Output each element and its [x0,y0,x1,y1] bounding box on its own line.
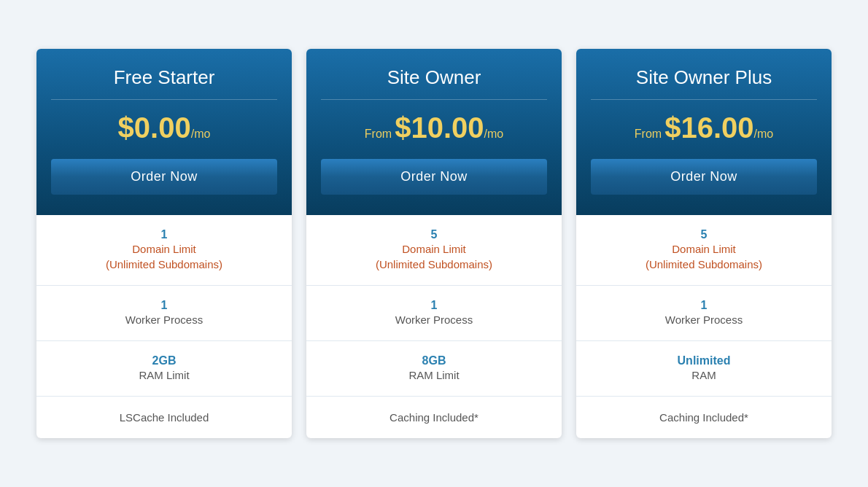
feature-worker: 1Worker Process [306,286,562,341]
cache-label: LSCache Included [51,410,277,425]
card-features: 5Domain Limit(Unlimited Subdomains)1Work… [576,215,832,438]
worker-number: 1 [51,299,277,312]
feature-worker: 1Worker Process [36,286,292,341]
ram-value: 8GB [321,354,547,367]
price-row: From $16.00/mo [591,112,817,144]
feature-ram: UnlimitedRAM [576,341,832,397]
feature-domain: 5Domain Limit(Unlimited Subdomains) [576,215,832,286]
price-period: /mo [754,128,774,141]
worker-number: 1 [321,299,547,312]
plan-card-site-owner: Site OwnerFrom $10.00/moOrder Now5Domain… [306,49,562,438]
feature-ram: 2GBRAM Limit [36,341,292,397]
ram-label: RAM Limit [321,367,547,383]
worker-label: Worker Process [321,312,547,327]
worker-number: 1 [591,299,817,312]
card-header: Site OwnerFrom $10.00/moOrder Now [306,49,562,215]
price-from-label: From [365,128,392,141]
worker-label: Worker Process [591,312,817,327]
plan-name: Site Owner [321,66,547,100]
cache-label: Caching Included* [321,410,547,425]
price-amount: $10.00 [395,112,484,144]
feature-domain: 5Domain Limit(Unlimited Subdomains) [306,215,562,286]
plan-name: Site Owner Plus [591,66,817,100]
feature-cache: Caching Included* [576,397,832,438]
feature-cache: Caching Included* [306,397,562,438]
plan-name: Free Starter [51,66,277,100]
worker-label: Worker Process [51,312,277,327]
price-period: /mo [484,128,504,141]
domain-number: 5 [321,228,547,241]
feature-worker: 1Worker Process [576,286,832,341]
ram-label: RAM [591,367,817,383]
ram-label: RAM Limit [51,367,277,383]
price-row: From $10.00/mo [321,112,547,144]
feature-domain: 1Domain Limit(Unlimited Subdomains) [36,215,292,286]
domain-number: 1 [51,228,277,241]
ram-value: 2GB [51,354,277,367]
plan-card-site-owner-plus: Site Owner PlusFrom $16.00/moOrder Now5D… [576,49,832,438]
feature-ram: 8GBRAM Limit [306,341,562,397]
card-header: Free Starter$0.00/moOrder Now [36,49,292,215]
pricing-container: Free Starter$0.00/moOrder Now1Domain Lim… [0,34,868,453]
domain-number: 5 [591,228,817,241]
feature-cache: LSCache Included [36,397,292,438]
price-amount: $0.00 [118,112,191,144]
domain-label: Domain Limit(Unlimited Subdomains) [591,241,817,272]
order-now-button[interactable]: Order Now [321,159,547,195]
price-period: /mo [191,128,211,141]
price-from-label: From [635,128,662,141]
cache-label: Caching Included* [591,410,817,425]
card-header: Site Owner PlusFrom $16.00/moOrder Now [576,49,832,215]
price-amount: $16.00 [664,112,753,144]
card-features: 5Domain Limit(Unlimited Subdomains)1Work… [306,215,562,438]
domain-label: Domain Limit(Unlimited Subdomains) [321,241,547,272]
ram-value: Unlimited [591,354,817,367]
price-row: $0.00/mo [51,112,277,144]
order-now-button[interactable]: Order Now [591,159,817,195]
domain-label: Domain Limit(Unlimited Subdomains) [51,241,277,272]
card-features: 1Domain Limit(Unlimited Subdomains)1Work… [36,215,292,438]
order-now-button[interactable]: Order Now [51,159,277,195]
plan-card-free-starter: Free Starter$0.00/moOrder Now1Domain Lim… [36,49,292,438]
